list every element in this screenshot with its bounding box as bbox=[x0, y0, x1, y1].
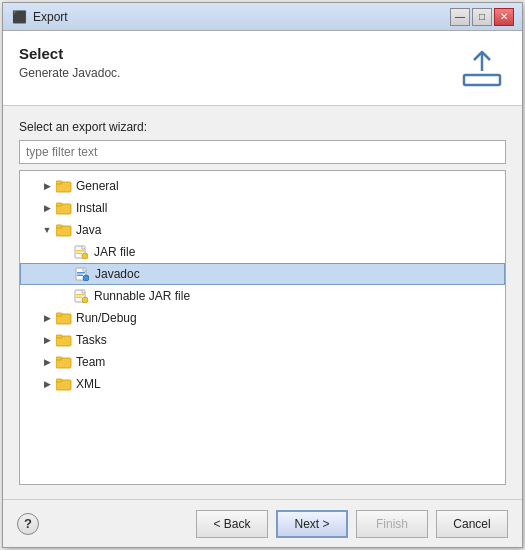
label-rundebug: Run/Debug bbox=[76, 311, 137, 325]
label-javadoc: Javadoc bbox=[95, 267, 140, 281]
tree-item-tasks[interactable]: ▶ Tasks bbox=[20, 329, 505, 351]
svg-rect-14 bbox=[77, 275, 83, 277]
window-icon: ⬛ bbox=[11, 9, 27, 25]
maximize-button[interactable]: □ bbox=[472, 8, 492, 26]
file-icon-jar bbox=[74, 245, 90, 259]
folder-icon-general bbox=[56, 179, 72, 193]
close-button[interactable]: ✕ bbox=[494, 8, 514, 26]
dialog-footer: ? < Back Next > Finish Cancel bbox=[3, 499, 522, 547]
label-install: Install bbox=[76, 201, 107, 215]
svg-rect-25 bbox=[56, 357, 62, 360]
svg-rect-13 bbox=[77, 272, 85, 274]
svg-rect-21 bbox=[56, 313, 62, 316]
toggle-general: ▶ bbox=[40, 179, 54, 193]
window-controls: — □ ✕ bbox=[450, 8, 514, 26]
footer-left: ? bbox=[17, 513, 39, 535]
label-java: Java bbox=[76, 223, 101, 237]
svg-point-15 bbox=[83, 275, 89, 281]
svg-rect-5 bbox=[56, 203, 62, 206]
svg-rect-7 bbox=[56, 225, 62, 228]
label-xml: XML bbox=[76, 377, 101, 391]
folder-icon-team bbox=[56, 355, 72, 369]
toggle-tasks: ▶ bbox=[40, 333, 54, 347]
toggle-java: ▼ bbox=[40, 223, 54, 237]
tree-item-rundebug[interactable]: ▶ Run/Debug bbox=[20, 307, 505, 329]
folder-icon-tasks bbox=[56, 333, 72, 347]
tree-item-java[interactable]: ▼ Java bbox=[20, 219, 505, 241]
tree-item-runnable-jar[interactable]: ▶ Runnable JAR file bbox=[20, 285, 505, 307]
svg-rect-3 bbox=[56, 181, 62, 184]
filter-input[interactable] bbox=[19, 140, 506, 164]
tree-item-jar-file[interactable]: ▶ JAR file bbox=[20, 241, 505, 263]
title-bar: ⬛ Export — □ ✕ bbox=[3, 3, 522, 31]
dialog-header: Select Generate Javadoc. bbox=[3, 31, 522, 106]
svg-point-11 bbox=[82, 253, 88, 259]
svg-rect-27 bbox=[56, 379, 62, 382]
toggle-install: ▶ bbox=[40, 201, 54, 215]
folder-icon-xml bbox=[56, 377, 72, 391]
folder-icon-java bbox=[56, 223, 72, 237]
folder-icon-install bbox=[56, 201, 72, 215]
svg-rect-23 bbox=[56, 335, 62, 338]
back-button[interactable]: < Back bbox=[196, 510, 268, 538]
next-button[interactable]: Next > bbox=[276, 510, 348, 538]
svg-rect-17 bbox=[76, 294, 84, 296]
toggle-team: ▶ bbox=[40, 355, 54, 369]
label-jar-file: JAR file bbox=[94, 245, 135, 259]
toggle-rundebug: ▶ bbox=[40, 311, 54, 325]
footer-buttons: < Back Next > Finish Cancel bbox=[196, 510, 508, 538]
tree-item-javadoc[interactable]: ▶ Javadoc bbox=[20, 263, 505, 285]
svg-rect-9 bbox=[76, 250, 84, 252]
svg-point-19 bbox=[82, 297, 88, 303]
svg-rect-10 bbox=[76, 253, 82, 255]
file-icon-runnable-jar bbox=[74, 289, 90, 303]
finish-button[interactable]: Finish bbox=[356, 510, 428, 538]
label-general: General bbox=[76, 179, 119, 193]
tree-item-team[interactable]: ▶ Team bbox=[20, 351, 505, 373]
tree-item-install[interactable]: ▶ Install bbox=[20, 197, 505, 219]
export-icon bbox=[458, 45, 506, 93]
tree-item-general[interactable]: ▶ General bbox=[20, 175, 505, 197]
label-runnable-jar: Runnable JAR file bbox=[94, 289, 190, 303]
dialog-subtitle: Generate Javadoc. bbox=[19, 66, 120, 80]
label-team: Team bbox=[76, 355, 105, 369]
file-icon-javadoc bbox=[75, 267, 91, 281]
wizard-label: Select an export wizard: bbox=[19, 120, 506, 134]
folder-icon-rundebug bbox=[56, 311, 72, 325]
window-title: Export bbox=[33, 10, 450, 24]
svg-rect-0 bbox=[464, 75, 500, 85]
toggle-xml: ▶ bbox=[40, 377, 54, 391]
cancel-button[interactable]: Cancel bbox=[436, 510, 508, 538]
svg-rect-18 bbox=[76, 297, 82, 299]
tree-item-xml[interactable]: ▶ XML bbox=[20, 373, 505, 395]
help-button[interactable]: ? bbox=[17, 513, 39, 535]
minimize-button[interactable]: — bbox=[450, 8, 470, 26]
export-dialog: ⬛ Export — □ ✕ Select Generate Javadoc. … bbox=[2, 2, 523, 548]
dialog-title: Select bbox=[19, 45, 120, 62]
export-wizard-tree: ▶ General ▶ Install bbox=[19, 170, 506, 485]
label-tasks: Tasks bbox=[76, 333, 107, 347]
header-text-block: Select Generate Javadoc. bbox=[19, 45, 120, 80]
content-area: Select an export wizard: ▶ General ▶ bbox=[3, 106, 522, 499]
